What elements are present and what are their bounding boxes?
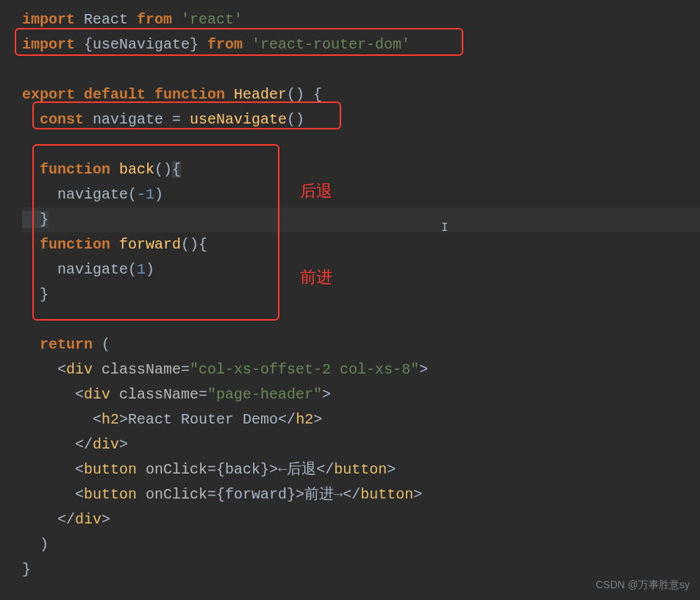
code-line: navigate(1) bbox=[22, 257, 700, 282]
code-line: function back(){ bbox=[22, 157, 700, 182]
code-line: function forward(){ bbox=[22, 232, 700, 257]
code-line: </div> bbox=[22, 432, 700, 457]
code-line: ) bbox=[22, 532, 700, 557]
code-line: <button onClick={forward}>前进→</button> bbox=[22, 482, 700, 507]
code-line: <div className="col-xs-offset-2 col-xs-8… bbox=[22, 357, 700, 382]
code-line: export default function Header() { bbox=[22, 82, 700, 107]
code-line: const navigate = useNavigate() bbox=[22, 107, 700, 132]
code-line: import {useNavigate} from 'react-router-… bbox=[22, 32, 700, 57]
code-line: <button onClick={back}>←后退</button> bbox=[22, 457, 700, 482]
code-line: import React from 'react' bbox=[22, 7, 700, 32]
code-editor[interactable]: import React from 'react' import {useNav… bbox=[0, 0, 700, 582]
annotation-forward: 前进 bbox=[300, 263, 332, 290]
code-line-current: } bbox=[22, 207, 700, 232]
code-line: return ( bbox=[22, 332, 700, 357]
code-line: <div className="page-header"> bbox=[22, 382, 700, 407]
code-line bbox=[22, 132, 700, 157]
annotation-back: 后退 bbox=[300, 177, 332, 204]
watermark-text: CSDN @万事胜意sy bbox=[596, 576, 690, 594]
code-line: </div> bbox=[22, 507, 700, 532]
code-line: <h2>React Router Demo</h2> bbox=[22, 407, 700, 432]
code-line bbox=[22, 307, 700, 332]
code-line bbox=[22, 57, 700, 82]
code-line: navigate(-1) bbox=[22, 182, 700, 207]
text-cursor-icon: I bbox=[441, 218, 449, 238]
code-line: } bbox=[22, 282, 700, 307]
